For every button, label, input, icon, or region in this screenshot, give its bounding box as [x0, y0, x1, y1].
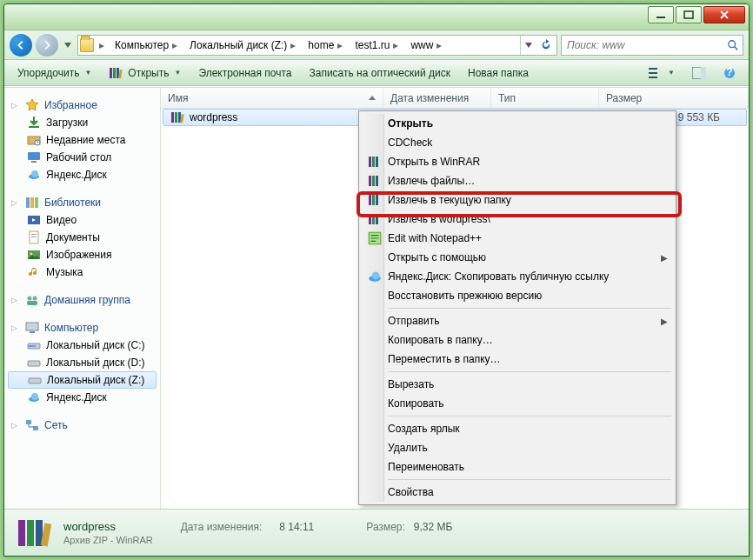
address-dropdown[interactable] [520, 36, 536, 55]
svg-rect-22 [26, 197, 30, 208]
ctx-shortcut[interactable]: Создать ярлык [362, 419, 673, 438]
svg-rect-59 [376, 214, 378, 224]
music-icon [27, 265, 41, 279]
ctx-copy-to[interactable]: Копировать в папку… [362, 330, 673, 350]
column-header-type[interactable]: Тип [491, 88, 599, 108]
sidebar: ▷Избранное Загрузки Недавние места Рабоч… [4, 88, 161, 509]
sidebar-header-libraries[interactable]: ▷Библиотеки [4, 194, 160, 211]
view-options-button[interactable]: ▼ [641, 63, 683, 83]
sidebar-item-drive-d[interactable]: Локальный диск (D:) [4, 354, 160, 371]
sidebar-header-network[interactable]: ▷Сеть [4, 417, 160, 434]
maximize-button[interactable] [676, 6, 702, 23]
ctx-open[interactable]: Открыть [362, 114, 673, 133]
newfolder-button[interactable]: Новая папка [460, 63, 536, 83]
close-button[interactable] [703, 6, 745, 23]
status-date-label: Дата изменения: [181, 521, 263, 533]
folder-icon [80, 38, 94, 52]
svg-rect-33 [27, 301, 37, 305]
sidebar-item-recent[interactable]: Недавние места [4, 131, 160, 149]
column-header-name[interactable]: Имя [161, 88, 383, 108]
burn-button[interactable]: Записать на оптический диск [302, 63, 459, 83]
open-button[interactable]: Открыть ▼ [101, 63, 189, 83]
drive-icon [27, 356, 41, 370]
svg-rect-24 [35, 197, 38, 208]
sidebar-item-yadisk2[interactable]: Яндекс.Диск [4, 389, 160, 406]
sidebar-item-documents[interactable]: Документы [4, 229, 160, 246]
ctx-rename[interactable]: Переименовать [362, 457, 673, 477]
help-button[interactable]: ? [716, 63, 743, 83]
ctx-notepad[interactable]: Edit with Notepad++ [362, 229, 673, 248]
svg-point-21 [31, 170, 38, 177]
ctx-send-to[interactable]: Отправить▶ [362, 311, 673, 330]
svg-rect-51 [369, 176, 371, 186]
breadcrumb-item[interactable]: Локальный диск (Z:)▸ [184, 36, 301, 55]
sidebar-item-downloads[interactable]: Загрузки [4, 114, 160, 131]
column-header-size[interactable]: Размер [599, 88, 749, 108]
ctx-extract-files[interactable]: Извлечь файлы… [362, 171, 673, 190]
svg-rect-63 [18, 520, 25, 546]
breadcrumb-item[interactable]: home▸ [303, 36, 348, 55]
ctx-open-with[interactable]: Открыть с помощью▶ [362, 248, 673, 267]
ctx-cut[interactable]: Вырезать [362, 375, 673, 394]
sidebar-item-desktop[interactable]: Рабочий стол [4, 149, 160, 166]
recent-icon [27, 133, 41, 147]
svg-rect-18 [28, 152, 40, 160]
svg-rect-8 [649, 68, 657, 70]
winrar-icon [367, 154, 383, 170]
history-dropdown[interactable] [62, 34, 74, 57]
documents-icon [27, 230, 41, 244]
ctx-cdcheck[interactable]: CDCheck [362, 133, 673, 152]
svg-rect-53 [376, 176, 378, 186]
ctx-yadisk-copy[interactable]: Яндекс.Диск: Скопировать публичную ссылк… [362, 267, 673, 286]
navbar: ▸ Компьютер▸ Локальный диск (Z:)▸ home▸ … [4, 30, 749, 60]
ctx-move-to[interactable]: Переместить в папку… [362, 350, 673, 369]
sidebar-header-homegroup[interactable]: ▷Домашняя группа [4, 291, 160, 309]
sidebar-item-yadisk[interactable]: Яндекс.Диск [4, 166, 160, 183]
breadcrumb-item[interactable]: test1.ru▸ [350, 36, 403, 55]
svg-rect-9 [649, 72, 657, 74]
ctx-copy[interactable]: Копировать [362, 394, 673, 413]
organize-button[interactable]: Упорядочить ▼ [10, 63, 99, 83]
breadcrumb-item[interactable]: www▸ [405, 36, 447, 55]
forward-button[interactable] [36, 34, 58, 57]
breadcrumb-item[interactable]: Компьютер▸ [110, 36, 183, 55]
ctx-delete[interactable]: Удалить [362, 438, 673, 457]
svg-rect-19 [31, 161, 37, 163]
search-icon [727, 39, 739, 51]
desktop-icon [27, 150, 41, 164]
root-chevron-icon[interactable]: ▸ [96, 39, 108, 51]
search-box[interactable] [561, 35, 743, 56]
ctx-restore[interactable]: Восстановить прежнюю версию [362, 286, 673, 305]
sidebar-header-favorites[interactable]: ▷Избранное [4, 97, 160, 114]
sidebar-item-pictures[interactable]: Изображения [4, 246, 160, 263]
file-name: wordpress [190, 111, 237, 123]
address-bar[interactable]: ▸ Компьютер▸ Локальный диск (Z:)▸ home▸ … [77, 35, 557, 56]
back-button[interactable] [10, 34, 32, 57]
preview-pane-button[interactable] [684, 63, 714, 83]
svg-point-41 [31, 393, 38, 400]
svg-rect-5 [113, 68, 116, 78]
ctx-extract-here[interactable]: Извлечь в текущую папку [362, 190, 673, 210]
sidebar-item-drive-c[interactable]: Локальный диск (C:) [4, 337, 160, 354]
svg-rect-58 [372, 214, 375, 224]
winrar-icon [170, 110, 184, 124]
column-header-date[interactable]: Дата изменения [383, 88, 491, 108]
minimize-button[interactable] [648, 6, 674, 23]
svg-point-31 [28, 297, 32, 301]
ctx-properties[interactable]: Свойства [362, 483, 673, 502]
ctx-extract-to[interactable]: Извлечь в wordpress\ [362, 210, 673, 229]
sidebar-header-computer[interactable]: ▷Компьютер [4, 319, 160, 337]
winrar-icon [109, 66, 123, 80]
file-pane: Имя Дата изменения Тип Размер wordpress … [161, 88, 749, 509]
star-icon [25, 98, 39, 112]
sidebar-item-music[interactable]: Музыка [4, 263, 160, 281]
ctx-open-winrar[interactable]: Открыть в WinRAR [362, 152, 673, 171]
svg-rect-35 [30, 331, 35, 333]
sidebar-item-drive-z[interactable]: Локальный диск (Z:) [8, 371, 157, 389]
refresh-button[interactable] [537, 36, 555, 55]
svg-rect-27 [31, 234, 37, 235]
status-bar: wordpress Архив ZIP - WinRAR Дата измене… [4, 509, 749, 556]
sidebar-item-videos[interactable]: Видео [4, 211, 160, 229]
email-button[interactable]: Электронная почта [190, 63, 299, 83]
search-input[interactable] [565, 38, 723, 52]
